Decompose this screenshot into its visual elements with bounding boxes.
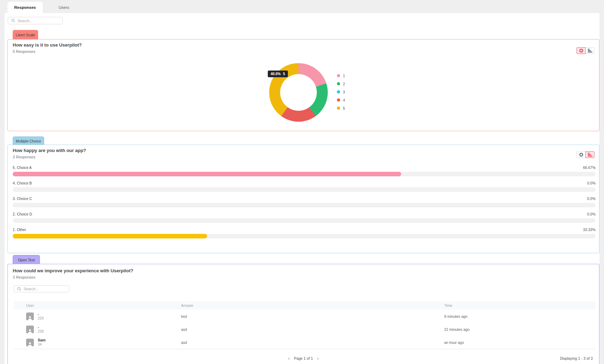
user-name: Sam	[38, 338, 46, 342]
tab-bar: Responses Users	[0, 0, 604, 13]
legend-label: 5	[343, 106, 345, 110]
choice-label: 4. Choice B	[13, 181, 32, 185]
time-cell: an hour ago	[444, 340, 596, 345]
chart-tooltip: 40.0% 5	[268, 71, 288, 77]
pagination: ‹ Page 1 of 1 ›	[8, 355, 599, 362]
search-box	[8, 17, 63, 24]
choice-percent: 33.33%	[583, 228, 596, 232]
donut-view-button[interactable]	[576, 47, 586, 54]
time-cell: 9 minutes ago	[444, 314, 596, 318]
chart-type-toggle	[576, 151, 594, 158]
response-count: 5 Responses	[13, 49, 35, 54]
legend-item[interactable]: 3	[337, 88, 345, 96]
bar-view-button[interactable]	[585, 151, 594, 158]
choice-label: 3. Choice C	[13, 196, 32, 201]
question-title: How could we improve your experience wit…	[13, 268, 133, 273]
table-header: User Answer Time	[14, 301, 596, 310]
legend-item[interactable]: 4	[337, 96, 345, 104]
bar-track	[13, 218, 596, 223]
bar-fill	[13, 172, 401, 176]
open-text-badge: Open Text	[13, 255, 40, 264]
legend-dot	[337, 107, 340, 110]
next-page-button[interactable]: ›	[317, 356, 319, 361]
question-title: How happy are you with our app?	[13, 148, 86, 153]
choice-label: 5. Choice A	[13, 165, 32, 170]
legend-item[interactable]: 5	[337, 104, 345, 112]
bar-track	[13, 172, 596, 176]
bar-chart-icon	[588, 49, 592, 53]
user-id: 229	[38, 316, 44, 321]
response-count: 3 Responses	[13, 155, 35, 159]
donut-chart-icon	[579, 153, 583, 157]
multiple-choice-question-card: How happy are you with our app? 3 Respon…	[7, 145, 599, 253]
table-row[interactable]: Sam 34 asd an hour ago	[14, 336, 596, 349]
legend-item[interactable]: 1	[337, 72, 345, 80]
legend-dot	[337, 74, 340, 77]
choice-row: 4. Choice B 0.0%	[13, 181, 596, 192]
bar-chart-icon	[588, 153, 592, 157]
bar-track	[13, 187, 596, 192]
legend-label: 1	[343, 74, 345, 78]
likert-question-card: How easy is it to use Userpilot? 5 Respo…	[7, 39, 599, 131]
answers-search-input[interactable]	[24, 287, 66, 291]
tab-responses[interactable]: Responses	[7, 2, 43, 13]
search-input[interactable]	[18, 19, 59, 23]
legend-dot	[337, 90, 340, 93]
user-id: 34	[38, 342, 46, 347]
table-row[interactable]: - 228 asd 21 minutes ago	[14, 323, 596, 336]
page-indicator: Page 1 of 1	[294, 356, 313, 360]
legend-label: 4	[343, 98, 345, 102]
legend-label: 3	[343, 90, 345, 94]
donut-chart-icon	[579, 49, 583, 53]
choice-percent: 0.0%	[587, 181, 596, 185]
legend-item[interactable]: 2	[337, 80, 345, 88]
bar-view-button[interactable]	[585, 47, 594, 54]
chart-legend: 1 2 3 4 5	[337, 72, 345, 112]
legend-dot	[337, 98, 340, 102]
bar-track	[13, 234, 596, 238]
tab-users[interactable]: Users	[46, 2, 81, 13]
header-user: User	[14, 303, 181, 308]
legend-label: 2	[343, 82, 345, 86]
time-cell: 21 minutes ago	[444, 327, 596, 332]
choice-label: 2. Choice D	[13, 212, 32, 216]
bar-fill	[13, 234, 207, 238]
question-title: How easy is it to use Userpilot?	[13, 42, 82, 48]
likert-scale-badge: Likert Scale	[13, 30, 38, 40]
choice-percent: 0.0%	[587, 196, 596, 201]
donut-view-button[interactable]	[576, 151, 586, 158]
answer-cell: asd	[181, 327, 444, 332]
answer-cell: test	[181, 314, 444, 318]
search-icon	[11, 19, 15, 23]
user-id: 228	[38, 329, 44, 334]
choice-row: 3. Choice C 0.0%	[13, 196, 596, 207]
header-time: Time	[444, 303, 596, 308]
choice-percent: 0.0%	[587, 212, 596, 216]
answer-cell: asd	[181, 340, 444, 345]
open-text-question-card: How could we improve your experience wit…	[7, 264, 599, 364]
response-count: 3 Responses	[13, 275, 35, 279]
choice-bar-list: 5. Choice A 66.67% 4. Choice B 0.0% 3.	[13, 165, 596, 243]
multiple-choice-badge: Multiple Choice	[13, 136, 44, 145]
tooltip-percent: 40.0%	[271, 72, 280, 76]
main-panel: Likert Scale How easy is it to use Userp…	[5, 13, 599, 364]
table-body: - 229 test 9 minutes ago - 228	[14, 310, 596, 349]
tooltip-value: 5	[283, 72, 285, 76]
answers-search-box	[14, 285, 69, 292]
answers-table: User Answer Time - 229 test	[14, 301, 596, 349]
legend-dot	[337, 82, 340, 85]
user-avatar-icon	[26, 339, 34, 346]
header-answer: Answer	[181, 303, 444, 308]
user-avatar-icon	[26, 313, 34, 320]
search-icon	[17, 287, 21, 291]
table-row[interactable]: - 229 test 9 minutes ago	[14, 310, 596, 323]
choice-row: 1. Other 33.33%	[13, 228, 596, 238]
user-avatar-icon	[26, 326, 34, 333]
choice-percent: 66.67%	[583, 165, 596, 170]
choice-row: 5. Choice A 66.67%	[13, 165, 596, 176]
prev-page-button[interactable]: ‹	[288, 356, 290, 361]
user-name: -	[38, 312, 44, 316]
displaying-summary: Displaying 1 - 3 of 3	[560, 356, 593, 360]
choice-label: 1. Other	[13, 228, 26, 232]
choice-row: 2. Choice D 0.0%	[13, 212, 596, 223]
